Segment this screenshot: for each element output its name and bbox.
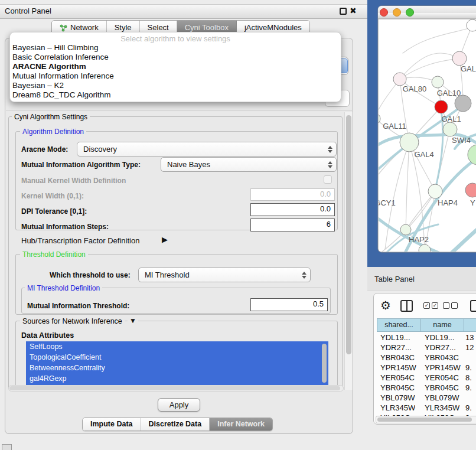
- dropdown-item[interactable]: Basic Correlation Inference: [12, 53, 109, 62]
- deselect-all-checks-icon[interactable]: [443, 302, 458, 309]
- collapsed-panel-icon[interactable]: [2, 444, 12, 450]
- table-cell[interactable]: YPR145W: [425, 363, 461, 372]
- table-cell[interactable]: 9.: [465, 383, 472, 392]
- node-red[interactable]: [435, 100, 448, 113]
- table-cell[interactable]: 8.: [465, 373, 472, 382]
- table-cell[interactable]: YER054C: [380, 373, 415, 382]
- close-icon[interactable]: ✖: [350, 5, 357, 16]
- combo-arrows-icon: [326, 146, 336, 153]
- node-hap2[interactable]: [400, 224, 411, 235]
- table-body: YDL19... YDL19... 13 YDR27... YDR27... 1…: [377, 332, 476, 416]
- mi-type-combo[interactable]: Naive Bayes: [161, 157, 337, 172]
- screen: Control Panel ✖ Network Style Select Cyn…: [0, 0, 476, 450]
- table-cell[interactable]: YBR045C: [380, 383, 415, 392]
- manual-kernel-label: Manual Kernel Width Definition: [21, 177, 126, 185]
- minimize-traffic-light-icon[interactable]: [393, 9, 401, 17]
- dpi-tolerance-label: DPI Tolerance [0,1]:: [21, 207, 87, 216]
- dropdown-item[interactable]: Mutual Information Inference: [12, 71, 114, 81]
- aracne-mode-label: Aracne Mode:: [21, 145, 68, 154]
- node-gal80[interactable]: [393, 73, 406, 86]
- dropdown-item-selected[interactable]: ARACNE Algorithm: [12, 62, 86, 71]
- node-gray[interactable]: [455, 95, 471, 112]
- node-gal-partial[interactable]: [452, 51, 467, 66]
- mi-threshold-group-title: MI Threshold Definition: [25, 284, 102, 292]
- node-label: GAL11: [383, 122, 406, 131]
- mi-type-label: Mutual Information Algorithm Type:: [21, 161, 141, 169]
- table-cell[interactable]: YBR045C: [425, 383, 459, 392]
- apply-button[interactable]: Apply: [158, 398, 200, 412]
- node-label: GAL1: [441, 115, 461, 123]
- combo-arrows-icon: [300, 272, 310, 279]
- table-panel-title: Table Panel: [374, 275, 415, 283]
- node-label: HAP2: [409, 235, 429, 244]
- node-label: GAL10: [437, 89, 461, 97]
- close-traffic-light-icon[interactable]: [380, 9, 388, 17]
- table-cell[interactable]: 9.: [465, 363, 472, 372]
- node-label: SWI4: [452, 136, 471, 145]
- tab-infer-network[interactable]: Infer Network: [210, 418, 272, 431]
- float-panel-icon[interactable]: [340, 8, 347, 15]
- attribute-item[interactable]: TopologicalCoefficient: [26, 352, 328, 363]
- dropdown-item[interactable]: Bayesian – K2: [12, 81, 64, 90]
- which-threshold-label: Which threshold to use:: [50, 271, 131, 279]
- table-cell[interactable]: YER054C: [425, 373, 459, 382]
- column-header-name[interactable]: name: [420, 318, 464, 332]
- zoom-traffic-light-icon[interactable]: [406, 9, 414, 17]
- table-cell[interactable]: YLR345W: [380, 403, 415, 412]
- tab-discretize-data[interactable]: Discretize Data: [141, 418, 210, 431]
- column-header-shared-name[interactable]: shared...: [377, 318, 421, 332]
- mi-steps-field[interactable]: 6: [250, 219, 335, 231]
- node-gal4[interactable]: [400, 133, 419, 152]
- table-cell[interactable]: YBL079W: [380, 393, 415, 402]
- table-cell[interactable]: YLR345W: [425, 403, 459, 412]
- gear-icon[interactable]: ⚙: [380, 298, 391, 312]
- combo-arrows-icon: [326, 161, 336, 168]
- collapse-arrow-icon[interactable]: ▼: [128, 317, 138, 325]
- control-panel-titlebar: [0, 4, 367, 19]
- table-cell[interactable]: 12: [465, 343, 474, 352]
- table-cell[interactable]: 13: [465, 333, 474, 342]
- select-all-checks-icon[interactable]: ✓ ✓: [423, 302, 438, 309]
- table-cell[interactable]: YBR043C: [425, 353, 459, 362]
- dropdown-item[interactable]: Bayesian – Hill Climbing: [12, 43, 99, 53]
- mi-threshold-field[interactable]: 0.5: [250, 298, 328, 311]
- sources-title: Sources for Network Inference: [20, 317, 125, 325]
- data-attributes-list: SelfLoops TopologicalCoefficient Between…: [26, 341, 328, 385]
- network-icon: [60, 24, 67, 32]
- horizontal-scrollbar[interactable]: [8, 385, 344, 392]
- mi-threshold-label: Mutual Information Threshold:: [27, 302, 129, 310]
- node-label: GAL4: [414, 150, 433, 159]
- vertical-scrollbar[interactable]: [344, 112, 353, 390]
- dpi-tolerance-field[interactable]: 0.0: [250, 203, 335, 216]
- list-scrollbar-thumb[interactable]: [322, 344, 327, 383]
- expand-arrow-icon[interactable]: ▶: [162, 235, 168, 244]
- table-cell[interactable]: YDL19...: [425, 333, 455, 342]
- attribute-item[interactable]: BetweennessCentrality: [26, 363, 328, 373]
- node-gal10[interactable]: [432, 76, 444, 88]
- table-horizontal-scrollbar[interactable]: [376, 416, 476, 423]
- node-gal1[interactable]: [443, 122, 457, 136]
- table-cell[interactable]: YPR145W: [380, 363, 416, 372]
- node-unlabeled[interactable]: [467, 19, 476, 31]
- threshold-definition-title: Threshold Definition: [20, 250, 88, 259]
- table-cell[interactable]: YDL19...: [380, 333, 410, 342]
- table-function-icon[interactable]: [470, 300, 476, 312]
- tab-impute-data[interactable]: Impute Data: [83, 418, 141, 431]
- manual-kernel-checkbox[interactable]: [324, 175, 332, 184]
- dropdown-item[interactable]: Dream8 DC_TDC Algorithm: [12, 90, 111, 100]
- aracne-mode-combo[interactable]: Discovery: [77, 142, 337, 156]
- algorithm-definition-title: Algorithm Definition: [20, 128, 86, 136]
- column-header-partial[interactable]: [464, 318, 476, 332]
- table-cell[interactable]: YDR27...: [380, 343, 412, 352]
- network-view[interactable]: GAL GAL80 GAL10 GAL1 GAL11 SWI4 GAL4 GCY…: [367, 0, 476, 267]
- node-hap4[interactable]: [428, 184, 442, 198]
- attribute-item[interactable]: gal4RGexp: [26, 373, 328, 384]
- table-cell[interactable]: 9.: [465, 403, 472, 412]
- table-cell[interactable]: YBR043C: [380, 353, 415, 362]
- which-threshold-combo[interactable]: MI Threshold: [138, 268, 311, 282]
- table-cell[interactable]: YBL079W: [425, 393, 459, 402]
- columns-icon[interactable]: [400, 300, 413, 312]
- table-cell[interactable]: YDR27...: [425, 343, 456, 352]
- attribute-item[interactable]: SelfLoops: [26, 341, 328, 352]
- node-label: Y: [470, 198, 475, 207]
